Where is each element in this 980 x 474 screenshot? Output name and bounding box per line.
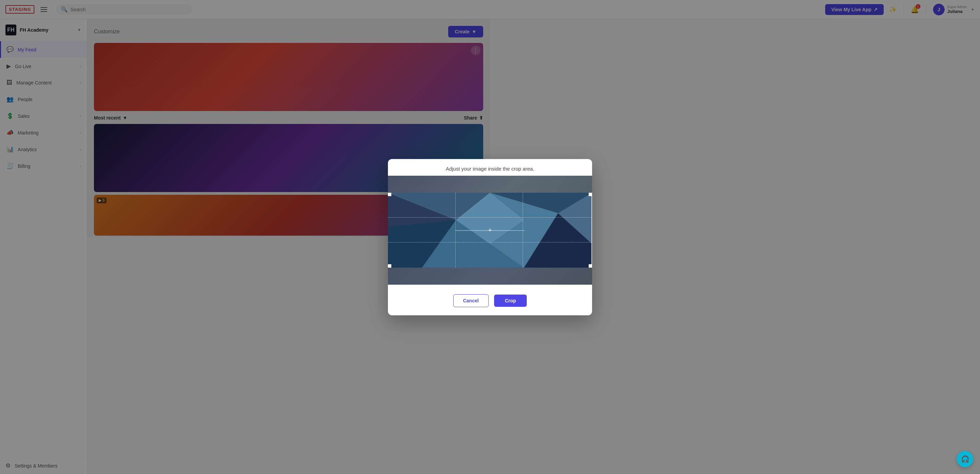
modal-overlay: Adjust your image inside the crop area. xyxy=(0,0,490,237)
dialog-body: + xyxy=(388,176,490,237)
crop-image xyxy=(388,193,490,237)
crop-middle-row: + xyxy=(388,193,490,237)
crop-outer-top xyxy=(388,176,490,193)
dialog-title: Adjust your image inside the crop area. xyxy=(446,166,490,172)
crop-area[interactable]: + xyxy=(388,176,490,237)
dialog-header: Adjust your image inside the crop area. xyxy=(388,159,490,176)
crop-inner[interactable]: + xyxy=(388,193,490,237)
crop-dialog: Adjust your image inside the crop area. xyxy=(388,159,490,237)
handle-top-left[interactable] xyxy=(388,193,391,196)
